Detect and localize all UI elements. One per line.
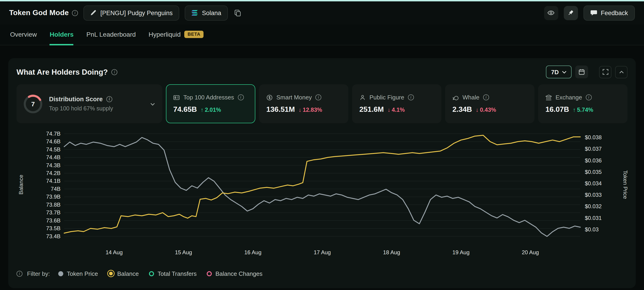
balance-swatch xyxy=(109,272,113,275)
info-icon[interactable] xyxy=(72,10,78,16)
balance-changes-swatch xyxy=(207,271,212,276)
feedback-label: Feedback xyxy=(601,9,628,16)
tab-overview[interactable]: Overview xyxy=(10,24,37,45)
info-icon xyxy=(16,271,22,277)
svg-text:16 Aug: 16 Aug xyxy=(244,250,262,256)
holders-balance-price-chart[interactable]: 74.7B74.6B74.5B74.4B74.3B74.2B74.1B74B73… xyxy=(16,127,628,265)
stat-card-top-100-addresses[interactable]: Top 100 Addresses 74.65B ↑2.01% xyxy=(166,84,255,123)
svg-text:20 Aug: 20 Aug xyxy=(522,250,539,256)
chat-icon xyxy=(590,10,597,16)
svg-text:Token Price: Token Price xyxy=(622,170,628,199)
info-icon[interactable] xyxy=(586,94,592,100)
distribution-score-label: Distribution Score xyxy=(49,96,103,103)
arrow-down-icon: ↓ xyxy=(298,107,302,113)
svg-text:73.5B: 73.5B xyxy=(46,225,60,232)
person-icon xyxy=(359,94,366,101)
distribution-score-subtitle: Top 100 hold 67% supply xyxy=(49,105,113,112)
svg-text:74.1B: 74.1B xyxy=(46,178,60,184)
page-title: Token God Mode xyxy=(9,9,69,17)
svg-text:$0.035: $0.035 xyxy=(585,169,602,175)
top-bar: Token God Mode [PENGU] Pudgy Penguins xyxy=(0,1,644,24)
stat-card-value: 2.34B xyxy=(452,105,472,114)
stat-card-exchange[interactable]: Exchange 16.07B ↑5.74% xyxy=(538,84,628,123)
date-range-selector[interactable]: 7D xyxy=(546,65,572,78)
panel-title: What Are Holders Doing? xyxy=(16,68,108,76)
chevron-down-icon[interactable] xyxy=(150,101,156,107)
whale-icon xyxy=(452,94,459,101)
date-range-label: 7D xyxy=(551,68,559,75)
info-icon[interactable] xyxy=(112,69,117,75)
info-icon[interactable] xyxy=(408,94,414,100)
svg-text:74B: 74B xyxy=(51,186,60,192)
page-title-group: Token God Mode xyxy=(9,9,78,17)
svg-text:74.6B: 74.6B xyxy=(46,139,60,145)
chart-area: 74.7B74.6B74.5B74.4B74.3B74.2B74.1B74B73… xyxy=(16,127,628,265)
legend-balance[interactable]: Balance xyxy=(108,270,139,277)
stat-card-change: ↑5.74% xyxy=(573,107,593,113)
tab-pnl-leaderboard[interactable]: PnL Leaderboard xyxy=(86,24,136,45)
stat-card-change: ↓0.43% xyxy=(476,107,496,113)
token-price-swatch xyxy=(58,271,63,276)
watch-button[interactable] xyxy=(544,6,558,20)
svg-text:18 Aug: 18 Aug xyxy=(383,250,400,256)
caret-down-icon xyxy=(562,70,566,73)
arrow-up-icon: ↑ xyxy=(200,107,204,113)
distribution-score-text: Distribution Score Top 100 hold 67% supp… xyxy=(49,96,113,112)
panel-controls: 7D xyxy=(546,65,628,78)
svg-text:19 Aug: 19 Aug xyxy=(452,250,470,256)
stat-card-label: Public Figure xyxy=(370,94,404,101)
tab-holders[interactable]: Holders xyxy=(50,24,74,45)
token-selector-button[interactable]: [PENGU] Pudgy Penguins xyxy=(84,5,179,20)
copy-icon[interactable] xyxy=(234,9,241,16)
stat-card-label: Exchange xyxy=(556,94,582,101)
app-root: Token God Mode [PENGU] Pudgy Penguins xyxy=(0,0,644,290)
svg-text:74.3B: 74.3B xyxy=(46,162,60,168)
stat-card-whale[interactable]: Whale 2.34B ↓0.43% xyxy=(445,84,534,123)
stat-card-label: Whale xyxy=(462,94,480,101)
arrow-down-icon: ↓ xyxy=(476,107,478,113)
svg-text:73.6B: 73.6B xyxy=(46,217,60,224)
chain-selector-button[interactable]: Solana xyxy=(184,5,228,20)
edit-icon xyxy=(90,10,96,16)
arrow-down-icon: ↓ xyxy=(388,107,390,113)
filter-by-label: Filter by: xyxy=(27,270,50,277)
svg-text:Balance: Balance xyxy=(18,175,24,195)
tab-hyperliquid[interactable]: Hyperliquid BETA xyxy=(148,24,204,45)
chain-selector-label: Solana xyxy=(202,9,221,16)
collapse-button[interactable] xyxy=(615,66,628,78)
main-content: What Are Holders Doing? 7D xyxy=(0,45,644,288)
arrow-up-icon: ↑ xyxy=(573,107,576,113)
svg-text:14 Aug: 14 Aug xyxy=(106,250,123,256)
calendar-button[interactable] xyxy=(575,65,588,78)
svg-text:$0.03: $0.03 xyxy=(585,226,598,233)
svg-text:$0.031: $0.031 xyxy=(585,215,602,221)
info-icon[interactable] xyxy=(483,94,489,100)
svg-text:$0.036: $0.036 xyxy=(585,157,602,164)
legend-balance-changes[interactable]: Balance Changes xyxy=(207,270,262,277)
legend-token-price[interactable]: Token Price xyxy=(58,270,98,277)
fullscreen-button[interactable] xyxy=(599,66,612,78)
legend-total-transfers[interactable]: Total Transfers xyxy=(149,270,197,277)
svg-text:74.7B: 74.7B xyxy=(46,131,60,137)
distribution-score-card[interactable]: 7 Distribution Score Top 100 hold 67% su… xyxy=(16,84,162,123)
panel-header: What Are Holders Doing? 7D xyxy=(16,65,628,78)
svg-text:$0.037: $0.037 xyxy=(585,146,602,152)
tab-bar: Overview Holders PnL Leaderboard Hyperli… xyxy=(0,24,644,45)
stat-card-smart-money[interactable]: Smart Money 136.51M ↓12.83% xyxy=(259,84,348,123)
info-icon[interactable] xyxy=(106,96,112,102)
svg-text:73.4B: 73.4B xyxy=(46,233,60,239)
solana-icon xyxy=(191,10,198,15)
stat-card-change: ↓12.83% xyxy=(298,107,322,113)
total-transfers-swatch xyxy=(149,271,154,276)
svg-text:17 Aug: 17 Aug xyxy=(314,250,331,256)
info-icon[interactable] xyxy=(238,94,244,100)
pin-button[interactable] xyxy=(564,6,578,20)
svg-text:73.9B: 73.9B xyxy=(46,194,60,200)
stat-card-public-figure[interactable]: Public Figure 251.6M ↓4.1% xyxy=(352,84,442,123)
svg-text:$0.033: $0.033 xyxy=(585,192,602,198)
svg-text:73.7B: 73.7B xyxy=(46,210,60,216)
stat-card-change: ↑2.01% xyxy=(200,107,221,113)
info-icon[interactable] xyxy=(316,94,322,100)
feedback-button[interactable]: Feedback xyxy=(583,5,635,20)
svg-text:74.5B: 74.5B xyxy=(46,146,60,153)
